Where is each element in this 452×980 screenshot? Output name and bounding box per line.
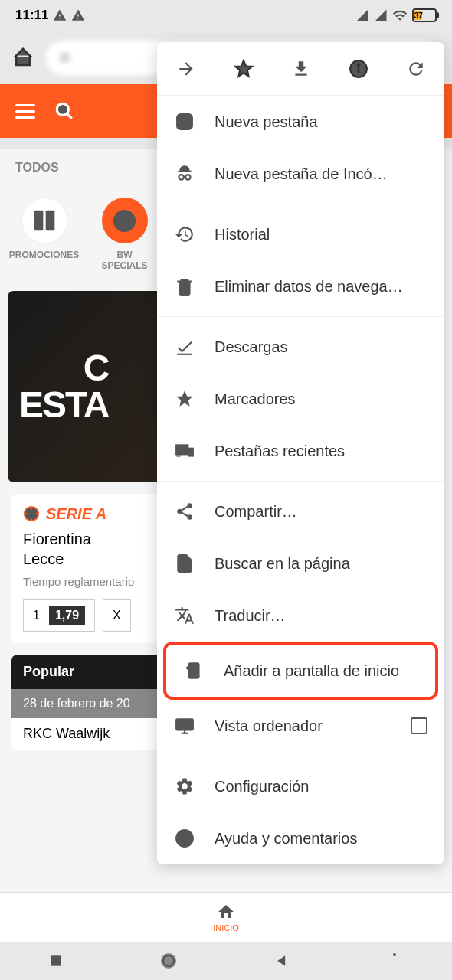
svg-line-31 [182, 507, 187, 510]
menu-bookmarks[interactable]: Marcadores [157, 373, 444, 425]
odd-x[interactable]: X [103, 599, 131, 632]
help-icon [174, 828, 195, 849]
status-time: 11:11 [15, 8, 48, 23]
menu-incognito[interactable]: Nueva pestaña de Incó… [157, 148, 444, 200]
svg-point-21 [185, 175, 191, 180]
promociones-item[interactable]: PROMOCIONES [15, 198, 73, 272]
nav-inicio[interactable]: INICIO [213, 903, 239, 933]
svg-point-8 [113, 209, 136, 231]
svg-point-1 [61, 59, 63, 61]
svg-rect-23 [177, 354, 192, 355]
warning-icon [71, 8, 85, 22]
svg-rect-3 [64, 60, 70, 61]
menu-translate[interactable]: Traducir… [157, 590, 444, 642]
system-nav [0, 942, 452, 980]
menu-share[interactable]: Compartir… [157, 485, 444, 537]
home-icon[interactable] [11, 46, 34, 69]
svg-point-27 [187, 503, 192, 508]
monitor-icon [174, 715, 195, 737]
svg-point-16 [357, 64, 359, 66]
battery-icon: 37 [412, 8, 437, 22]
odd-1[interactable]: 1 1,79 [23, 599, 95, 632]
menu-top-actions [157, 42, 444, 96]
new-tab-icon [174, 111, 195, 132]
svg-rect-2 [64, 54, 70, 56]
svg-rect-35 [176, 719, 193, 730]
svg-line-5 [67, 113, 72, 119]
home-button-icon[interactable] [159, 952, 178, 970]
menu-icon[interactable] [15, 104, 35, 119]
specials-item[interactable]: BW SPECIALS [96, 198, 153, 272]
svg-rect-25 [188, 449, 192, 456]
add-home-icon [183, 660, 205, 681]
bookmark-star-icon[interactable] [232, 57, 255, 80]
svg-point-20 [179, 175, 184, 180]
search-icon[interactable] [54, 101, 74, 121]
menu-find[interactable]: Buscar en la página [157, 537, 444, 590]
incognito-icon [174, 163, 195, 185]
svg-rect-24 [176, 445, 188, 454]
svg-rect-10 [51, 956, 61, 965]
share-icon [174, 501, 195, 522]
find-page-icon [174, 553, 195, 574]
gear-icon [174, 776, 195, 797]
signal-icon [355, 8, 369, 22]
bottom-nav: INICIO [0, 892, 452, 942]
menu-history[interactable]: Historial [157, 208, 444, 260]
menu-new-tab[interactable]: Nueva pestaña [157, 96, 444, 148]
recent-apps-icon[interactable] [48, 953, 64, 969]
history-icon [174, 224, 195, 245]
menu-add-home[interactable]: Añadir a pantalla de inicio [163, 642, 438, 700]
translate-icon [174, 605, 195, 626]
warning-icon [53, 8, 67, 22]
svg-point-0 [61, 54, 63, 56]
menu-settings[interactable]: Configuración [157, 760, 444, 812]
menu-recent-tabs[interactable]: Pestañas recientes [157, 425, 444, 477]
devices-icon [174, 440, 195, 462]
menu-desktop-view[interactable]: Vista ordenador [157, 700, 444, 752]
status-bar: 11:11 37 [0, 0, 452, 31]
wifi-icon [392, 8, 408, 23]
svg-line-30 [182, 513, 187, 516]
chrome-menu: Nueva pestaña Nueva pestaña de Incó… His… [157, 42, 444, 864]
svg-point-29 [187, 514, 192, 520]
star-filled-icon [174, 388, 195, 410]
svg-rect-7 [45, 211, 54, 231]
svg-point-12 [165, 957, 172, 965]
accessibility-icon[interactable] [385, 952, 404, 970]
back-button-icon[interactable] [274, 953, 290, 969]
check-icon [174, 336, 195, 358]
desktop-view-checkbox[interactable] [411, 717, 427, 734]
reload-icon[interactable] [405, 57, 427, 80]
forward-icon[interactable] [175, 57, 198, 80]
signal-icon [374, 8, 388, 22]
menu-help[interactable]: Ayuda y comentarios [157, 812, 444, 864]
download-icon[interactable] [290, 57, 313, 80]
svg-point-39 [184, 841, 185, 843]
menu-clear-data[interactable]: Eliminar datos de navega… [157, 260, 444, 312]
menu-downloads[interactable]: Descargas [157, 321, 444, 373]
info-icon[interactable] [347, 57, 370, 80]
svg-point-13 [393, 953, 396, 956]
svg-point-4 [57, 103, 68, 115]
trash-icon [174, 276, 195, 297]
svg-point-28 [177, 509, 182, 514]
svg-rect-6 [34, 211, 43, 231]
